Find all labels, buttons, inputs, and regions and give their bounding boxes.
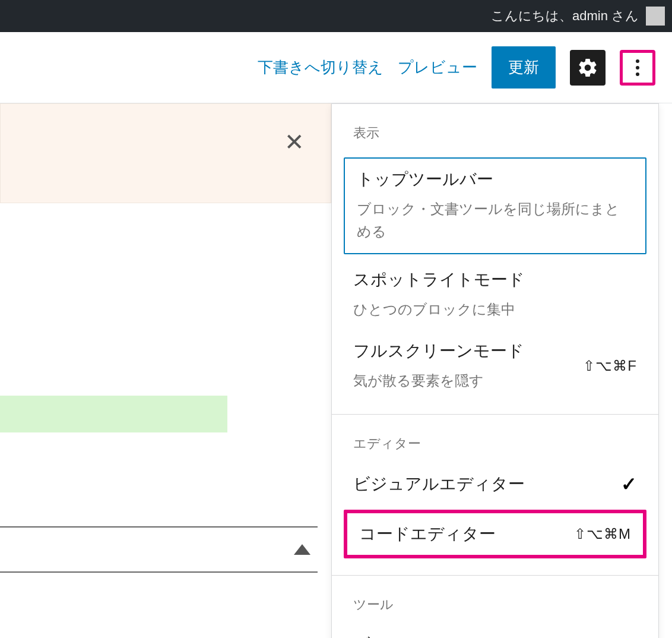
preview-button[interactable]: プレビュー xyxy=(398,57,477,78)
admin-greeting[interactable]: こんにちは、admin さん xyxy=(491,7,665,26)
menu-item-title: ブロックマネージャー xyxy=(353,634,637,638)
group-label-view: 表示 xyxy=(332,116,658,153)
settings-button[interactable] xyxy=(570,50,606,86)
content-area: ✕ 表示 トップツールバー ブロック・文書ツールを同じ場所にまとめる スポットラ… xyxy=(0,103,672,638)
menu-item-block-manager[interactable]: ブロックマネージャー xyxy=(332,624,658,638)
check-icon: ✓ xyxy=(621,473,637,495)
highlighted-block[interactable] xyxy=(0,396,227,432)
menu-item-desc: ブロック・文書ツールを同じ場所にまとめる xyxy=(357,198,633,244)
more-options-button[interactable] xyxy=(620,50,655,86)
more-options-menu: 表示 トップツールバー ブロック・文書ツールを同じ場所にまとめる スポットライト… xyxy=(331,103,659,638)
menu-item-desc: ひとつのブロックに集中 xyxy=(353,298,637,321)
editor-header: 下書きへ切り替え プレビュー 更新 xyxy=(0,32,672,103)
menu-item-fullscreen-mode[interactable]: フルスクリーンモード 気が散る要素を隠す ⇧⌥⌘F xyxy=(332,330,658,402)
group-label-editor: エディター xyxy=(332,427,658,463)
block-toolbar xyxy=(0,526,318,573)
menu-group-editor: エディター ビジュアルエディター ✓ コードエディター ⇧⌥⌘M xyxy=(332,415,658,576)
menu-item-title: ビジュアルエディター xyxy=(353,473,525,495)
keyboard-shortcut: ⇧⌥⌘M xyxy=(574,526,631,542)
admin-bar: こんにちは、admin さん xyxy=(0,0,672,32)
menu-item-top-toolbar[interactable]: トップツールバー ブロック・文書ツールを同じ場所にまとめる xyxy=(344,157,646,254)
menu-group-view: 表示 トップツールバー ブロック・文書ツールを同じ場所にまとめる スポットライト… xyxy=(332,104,658,415)
update-button[interactable]: 更新 xyxy=(492,46,556,89)
menu-item-title: スポットライトモード xyxy=(353,269,637,291)
menu-item-desc: 気が散る要素を隠す xyxy=(353,369,524,392)
menu-item-spotlight-mode[interactable]: スポットライトモード ひとつのブロックに集中 xyxy=(332,259,658,330)
gear-icon xyxy=(577,57,598,78)
menu-item-title: トップツールバー xyxy=(357,168,633,191)
menu-item-code-editor[interactable]: コードエディター ⇧⌥⌘M xyxy=(344,510,646,558)
collapse-up-icon[interactable] xyxy=(294,544,310,555)
menu-item-title: フルスクリーンモード xyxy=(353,340,524,362)
switch-to-draft-button[interactable]: 下書きへ切り替え xyxy=(258,57,383,78)
menu-item-title: コードエディター xyxy=(359,523,496,545)
notice-banner: ✕ xyxy=(0,103,331,203)
close-icon[interactable]: ✕ xyxy=(284,130,305,154)
greeting-text: こんにちは、admin さん xyxy=(491,7,639,25)
avatar xyxy=(646,7,665,26)
menu-item-visual-editor[interactable]: ビジュアルエディター ✓ xyxy=(332,463,658,505)
menu-group-tools: ツール ブロックマネージャー xyxy=(332,576,658,638)
keyboard-shortcut: ⇧⌥⌘F xyxy=(583,358,637,374)
more-vertical-icon xyxy=(636,59,639,76)
group-label-tools: ツール xyxy=(332,588,658,624)
